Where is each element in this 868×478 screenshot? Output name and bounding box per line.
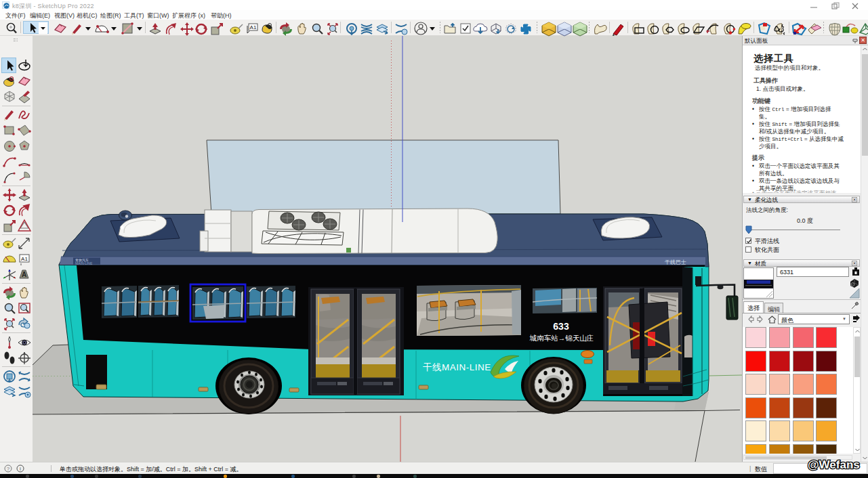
svg-text:MAIN-LINE: MAIN-LINE [75,261,93,265]
svg-text:城南车站→锦天山庄: 城南车站→锦天山庄 [529,334,594,342]
svg-text:干线MAIN-LINE: 干线MAIN-LINE [423,362,491,372]
svg-text:A: A [22,271,26,278]
svg-text:@Wefans: @Wefans [808,458,860,471]
svg-text:?: ? [7,466,10,472]
svg-text:i: i [20,466,21,472]
svg-text:A1: A1 [250,24,257,30]
svg-text:633: 633 [553,321,569,332]
svg-text:干线巴士: 干线巴士 [664,259,686,265]
svg-text:A1: A1 [21,256,28,262]
